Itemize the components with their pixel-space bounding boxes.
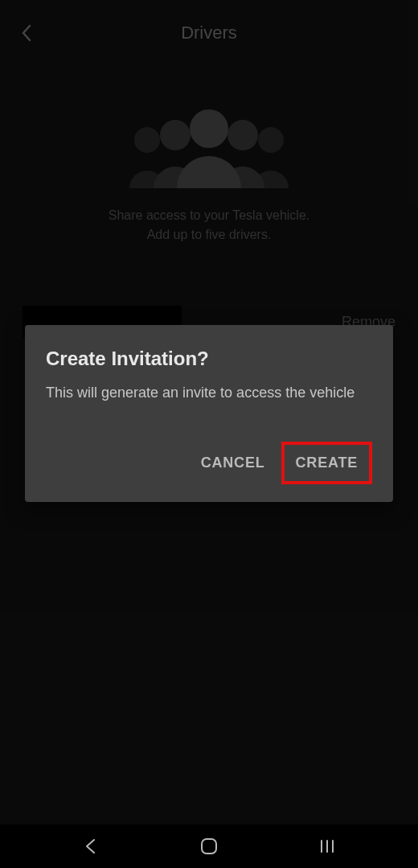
nav-back-icon xyxy=(82,837,100,855)
dialog-body: This will generate an invite to access t… xyxy=(46,383,372,403)
info-line-1: Share access to your Tesla vehicle. xyxy=(0,206,418,225)
nav-home-button[interactable] xyxy=(185,830,233,862)
page-title: Drivers xyxy=(16,23,402,43)
nav-recents-icon xyxy=(318,838,337,854)
info-line-2: Add up to five drivers. xyxy=(0,225,418,245)
svg-point-4 xyxy=(190,109,228,148)
create-invitation-dialog: Create Invitation? This will generate an… xyxy=(25,325,393,502)
people-group-icon xyxy=(0,108,418,188)
info-text: Share access to your Tesla vehicle. Add … xyxy=(0,206,418,245)
svg-point-0 xyxy=(134,127,160,153)
chevron-left-icon xyxy=(21,24,32,42)
back-button[interactable] xyxy=(21,24,32,42)
nav-recents-button[interactable] xyxy=(303,830,351,862)
nav-back-button[interactable] xyxy=(67,830,115,862)
cancel-button[interactable]: CANCEL xyxy=(188,445,278,481)
svg-rect-5 xyxy=(202,839,216,854)
svg-point-3 xyxy=(227,120,258,150)
header: Drivers xyxy=(0,0,418,66)
system-nav-bar xyxy=(0,825,418,868)
dialog-title: Create Invitation? xyxy=(46,348,372,370)
create-button[interactable]: CREATE xyxy=(281,442,372,484)
svg-point-1 xyxy=(258,127,284,153)
nav-home-icon xyxy=(199,837,219,856)
dialog-actions: CANCEL CREATE xyxy=(46,442,372,484)
svg-point-2 xyxy=(160,120,191,150)
